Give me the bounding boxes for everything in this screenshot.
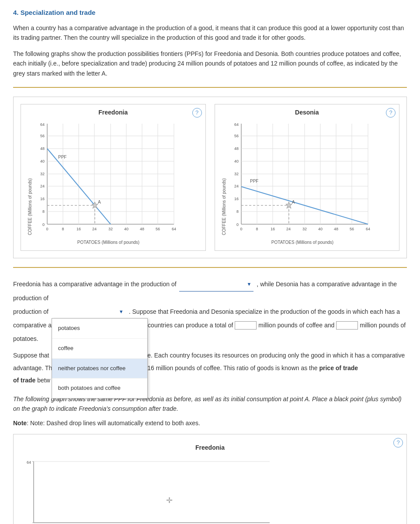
svg-text:48: 48 (234, 146, 238, 151)
freedonia-svg: COFFEE (Millions of pounds) (25, 119, 183, 246)
freedonia-help-button[interactable]: ? (192, 108, 202, 118)
svg-text:0: 0 (42, 222, 45, 227)
svg-text:24: 24 (40, 184, 45, 188)
desonia-graph-title: Desonia (219, 109, 395, 116)
dropdown-option-coffee[interactable]: coffee (52, 339, 147, 359)
small-graph-help-button[interactable]: ? (393, 438, 403, 448)
desonia-x-label: POTATOES (Millions of pounds) (271, 240, 333, 245)
dropdown2-arrow: ▼ (119, 306, 124, 317)
svg-text:56: 56 (156, 227, 160, 231)
small-graph-box: ? Freedonia 64 ✛ (13, 434, 407, 524)
bottom-divider (13, 267, 407, 268)
paragraph-1: When a country has a comparative advanta… (13, 23, 407, 43)
svg-text:8: 8 (62, 227, 64, 231)
freedonia-graph-title: Freedonia (25, 109, 201, 116)
svg-text:64: 64 (40, 122, 45, 127)
svg-text:64: 64 (365, 227, 370, 231)
dropdown1-arrow: ▼ (246, 279, 251, 289)
question-text1: Freedonia has a comparative advantage in… (13, 281, 177, 288)
question-text-prod: production of (13, 308, 49, 315)
desonia-chart-area: COFFEE (Millions of pounds) (219, 119, 395, 246)
dropdown1[interactable]: ▼ (179, 278, 253, 291)
svg-text:16: 16 (76, 227, 81, 231)
question-section: Freedonia has a comparative advantage in… (13, 278, 407, 524)
desonia-y-label: COFFEE (Millions of pounds) (222, 178, 226, 235)
dropdown-option-potatoes[interactable]: potatoes (52, 319, 147, 339)
svg-text:8: 8 (256, 227, 258, 231)
paragraph-2: The following graphs show the production… (13, 49, 407, 78)
dropdown1-text (179, 278, 245, 291)
coffee-total-input[interactable] (235, 321, 257, 330)
svg-text:32: 32 (108, 227, 113, 231)
question-text3: . Suppose that Freedonia and Desonia spe… (129, 308, 400, 315)
svg-text:64: 64 (27, 460, 31, 465)
cross-marker[interactable]: ✛ (166, 496, 173, 505)
svg-text:0: 0 (236, 222, 238, 227)
svg-text:16: 16 (270, 227, 274, 231)
potato-total-input[interactable] (336, 321, 358, 330)
freedonia-x-label: POTATOES (Millions of pounds) (77, 240, 139, 245)
dropdown-option-neither[interactable]: neither potatoes nor coffee (52, 359, 147, 379)
svg-text:24: 24 (234, 184, 238, 188)
svg-text:56: 56 (349, 227, 354, 231)
dropdown-menu: potatoes coffee neither potatoes nor cof… (52, 318, 148, 398)
svg-text:24: 24 (286, 227, 290, 231)
freedonia-chart-area: COFFEE (Millions of pounds) (25, 119, 201, 246)
svg-text:40: 40 (234, 159, 238, 163)
svg-text:0: 0 (46, 227, 48, 231)
question-text-comp: comparative a (13, 322, 52, 329)
desonia-a-label: A (292, 200, 295, 205)
dropdown2[interactable]: ▼ potatoes coffee neither potatoes nor c… (52, 305, 126, 319)
svg-text:40: 40 (318, 227, 322, 231)
svg-text:48: 48 (140, 227, 144, 231)
svg-text:48: 48 (40, 146, 45, 151)
top-divider (13, 87, 407, 88)
small-graph-svg: 64 ✛ (21, 457, 283, 524)
svg-text:24: 24 (92, 227, 97, 231)
desonia-help-button[interactable]: ? (386, 108, 396, 118)
question-million-coffee: million pounds of coffee and (258, 322, 334, 329)
svg-text:32: 32 (40, 172, 45, 176)
svg-text:40: 40 (40, 159, 45, 163)
small-chart-area: 64 ✛ (21, 457, 399, 524)
freedonia-ppf-label: PPF (58, 155, 66, 160)
desonia-ppf-label: PPF (250, 179, 258, 184)
svg-text:8: 8 (236, 209, 238, 214)
svg-text:16: 16 (234, 197, 238, 201)
svg-text:64: 64 (234, 122, 238, 127)
graphs-container: ? Freedonia COFFEE (Millions of pounds) (13, 97, 407, 258)
svg-text:32: 32 (302, 227, 306, 231)
svg-text:32: 32 (234, 172, 238, 176)
of-trade-label: of trade (13, 377, 35, 384)
svg-text:48: 48 (333, 227, 338, 231)
svg-text:56: 56 (40, 134, 45, 138)
svg-text:56: 56 (234, 134, 238, 138)
desonia-graph-box: ? Desonia COFFEE (Millions of pounds) (215, 104, 400, 251)
svg-text:16: 16 (40, 197, 45, 201)
small-graph-title: Freedonia (21, 441, 399, 454)
svg-text:64: 64 (172, 227, 176, 231)
svg-text:0: 0 (240, 227, 242, 231)
note-text: Note: Note: Dashed drop lines will autom… (13, 418, 407, 428)
dropdown-option-both[interactable]: both potatoes and coffee (52, 378, 147, 398)
desonia-svg: COFFEE (Millions of pounds) (219, 119, 377, 246)
between-text: betw (37, 377, 50, 384)
section-title: 4. Specialization and trade (13, 9, 407, 16)
svg-text:8: 8 (42, 209, 45, 214)
dropdown2-text (52, 305, 117, 319)
freedonia-y-label: COFFEE (Millions of pounds) (28, 178, 32, 235)
svg-text:40: 40 (124, 227, 128, 231)
freedonia-a-label: A (98, 200, 101, 205)
suppose-text: Suppose that (13, 352, 49, 359)
freedonia-graph-box: ? Freedonia COFFEE (Millions of pounds) (21, 104, 206, 251)
price-of-trade: price of trade (319, 364, 358, 371)
